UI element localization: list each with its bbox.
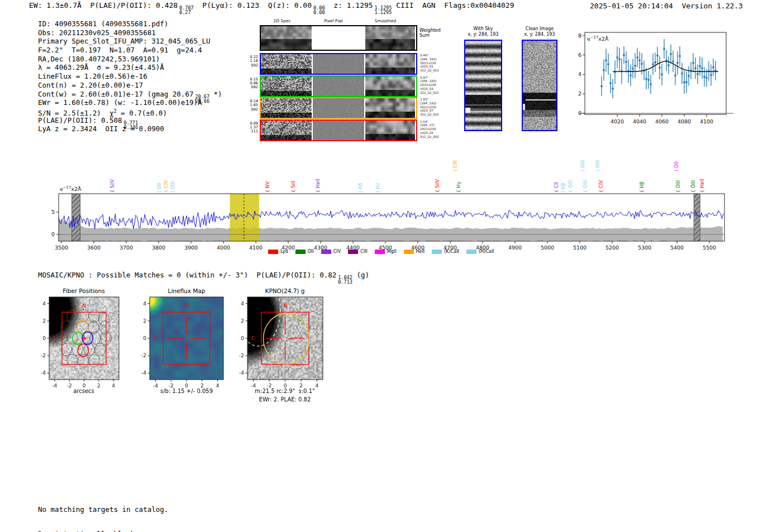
spec2d-row-images	[260, 97, 417, 119]
annotation-line: v025_03	[420, 87, 439, 91]
footer-notes: No matching targets in catalog. Row inte…	[38, 489, 168, 532]
emission-line-label: ( CIII	[452, 161, 458, 171]
svg-text:4100: 4100	[700, 118, 713, 124]
svg-text:4: 4	[216, 383, 220, 389]
svg-text:3500: 3500	[55, 245, 68, 251]
emission-line-label: { CIV	[163, 180, 169, 193]
svg-text:0: 0	[42, 336, 46, 341]
stacked-uncertainty: 0.7070.27	[179, 6, 194, 15]
smoothed-image	[365, 98, 415, 118]
emission-line-label: { SiII	[290, 181, 296, 193]
pixelflat-image	[313, 76, 364, 96]
legend-item: OII	[295, 249, 314, 254]
svg-text:4: 4	[143, 301, 146, 306]
weight-value: 111	[245, 130, 258, 133]
annotation-line: 20211230	[420, 106, 439, 109]
svg-text:-4: -4	[141, 370, 146, 376]
spec2d-row-weights: 0.221.18092	[245, 55, 258, 68]
col-title-pixelflat: Pixel Flat	[324, 18, 343, 23]
emission-line-label: ( OIII	[595, 160, 600, 171]
svg-text:2: 2	[42, 318, 46, 324]
svg-text:4000: 4000	[217, 245, 230, 251]
emission-line-label: { Hγ	[456, 181, 461, 193]
report-version: Version 1.22.3	[681, 2, 743, 10]
emission-line-label: { OIII	[583, 180, 588, 193]
svg-text:2: 2	[143, 318, 146, 324]
emission-line-label: { OIII	[568, 180, 573, 193]
report-timestamp: 2025-01-05 20:14:04	[590, 2, 673, 10]
kpno-caption-2: EWr: 2. PLAE: 0.82	[259, 396, 311, 402]
svg-text:8: 8	[578, 32, 581, 39]
emission-line-label: { HeII	[315, 179, 321, 193]
svg-text:2: 2	[241, 318, 244, 324]
with-sky-title-text: With Sky	[468, 26, 499, 32]
svg-text:5400: 5400	[670, 245, 684, 251]
annotation-line: 20211230	[420, 127, 439, 131]
spec2d-image	[261, 98, 312, 118]
svg-text:5: 5	[51, 209, 55, 215]
emission-line-label: ( Hδ	[357, 183, 363, 193]
legend-item: Lyα	[268, 249, 288, 254]
emission-line-label: { CII	[554, 182, 559, 193]
svg-text:E: E	[53, 335, 56, 341]
full-spectrum-plot: 3500360037003800390040004100420043004400…	[47, 156, 746, 268]
header-summary-line: EW: 1.3±0.7Å P(LAE)/P(OII): 0.4280.7070.…	[29, 1, 514, 15]
svg-text:E: E	[251, 335, 255, 341]
spec2d-row-annotations: 0.48"(284, 193)20211230v025_01312_LU_021	[420, 54, 439, 73]
annotation-line: 0.97"	[420, 76, 439, 80]
clean-image-image	[523, 41, 556, 130]
emission-line-label: { HeII	[699, 179, 705, 193]
svg-text:e−17x2Å: e−17x2Å	[60, 185, 82, 192]
emission-line-label: { SiIV	[435, 179, 440, 193]
weighted-sum-smoothed-image	[365, 26, 415, 50]
svg-text:4020: 4020	[611, 118, 624, 124]
header-timestamp-version: 2025-01-05 20:14:04 Version 1.22.3	[590, 2, 743, 10]
svg-text:4900: 4900	[508, 245, 522, 251]
fiber-positions-panel: -4-2024-4-2024NE	[49, 297, 119, 380]
mosaic-kpno-summary: MOSAIC/KPNO : Possible Matches = 0 (with…	[38, 271, 369, 284]
annotation-line: v025_07	[420, 109, 439, 113]
svg-text:3700: 3700	[120, 245, 133, 251]
annotation-line: 312_LU_021	[420, 113, 439, 117]
stacked-uncertainty: 1.12951.1295	[375, 6, 392, 15]
spacer	[673, 2, 682, 10]
emission-line-label: { CIV	[598, 180, 604, 193]
weight-value: 092	[245, 64, 258, 68]
svg-text:3600: 3600	[87, 245, 101, 251]
legend-swatch	[268, 250, 278, 254]
svg-text:4100: 4100	[249, 245, 263, 251]
annotation-line: 312_LU_021	[420, 91, 439, 95]
kpno-overlay: -4-2024-4-2024NE	[231, 290, 340, 402]
spec2d-row-images	[260, 119, 417, 141]
svg-text:4: 4	[241, 301, 244, 306]
emission-line-label: { SiIV	[109, 179, 115, 193]
line-fit-plot-svg: 4020404040604080410002468e−17x2Å	[578, 25, 740, 140]
svg-text:4060: 4060	[655, 118, 669, 124]
annotation-line: (284, 27)	[420, 123, 439, 127]
emission-line-label: { NV	[265, 181, 270, 193]
svg-text:0: 0	[241, 336, 244, 341]
lineflux-map-panel: -4-2024-4-2024NE	[150, 297, 223, 380]
spec2d-image	[261, 54, 312, 74]
lineflux-map-overlay: -4-2024-4-2024NE	[133, 290, 240, 402]
emission-line-label: { OIII	[690, 180, 696, 193]
smoothed-image	[365, 76, 415, 96]
stacked-uncertainty: 0.000.00	[313, 6, 325, 15]
fiber-positions-xlabel: arcsecs	[73, 388, 94, 394]
clean-image-cutout	[522, 40, 557, 131]
annotation-line: v025_01	[420, 65, 439, 69]
svg-text:5200: 5200	[605, 245, 619, 251]
legend-item: (H)CaII	[466, 249, 494, 254]
annotation-line: (284, 193)	[420, 102, 439, 106]
spec2d-row-annotations: 1.54"(284, 27)20211230v025_02312_LU_002	[420, 120, 439, 139]
weight-value: 092	[245, 85, 258, 89]
col-title-2dspec: 2D Spec	[273, 18, 290, 23]
annotation-line: 312_LU_021	[420, 69, 439, 73]
emission-line-label: ( OIII	[580, 160, 585, 171]
line-fit-plot: 4020404040604080410002468e−17x2Å	[578, 25, 740, 140]
legend-swatch	[321, 250, 331, 254]
emission-line-label: ( OII	[674, 161, 679, 171]
legend-label: CIII	[360, 249, 368, 254]
svg-text:2: 2	[97, 383, 101, 389]
legend-item: (K)CaII	[432, 249, 459, 254]
